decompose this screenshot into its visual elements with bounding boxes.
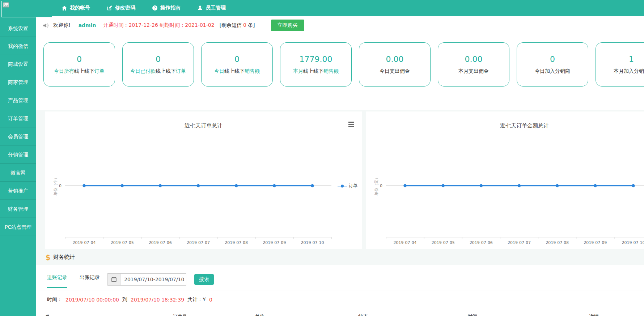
svg-text:单位（个）: 单位（个） bbox=[53, 176, 58, 196]
table-header: 时间 bbox=[468, 313, 477, 316]
nav-item-label: 修改密码 bbox=[115, 5, 135, 11]
svg-text:2019-07-07: 2019-07-07 bbox=[187, 240, 210, 245]
stat-label-accent: 销售额 bbox=[323, 68, 339, 74]
sms-suffix: 条] bbox=[248, 22, 255, 28]
nav-item-my-account[interactable]: 我的帐号 bbox=[62, 5, 90, 11]
nav-item-label: 员工管理 bbox=[206, 5, 226, 11]
sidebar-item-pc-site-management[interactable]: PC站点管理 bbox=[0, 218, 36, 236]
sms-count: 0 bbox=[243, 22, 246, 28]
sidebar-item-merchant-management[interactable]: 商家管理 bbox=[0, 73, 36, 91]
stat-label-plain: 本月支出佣金 bbox=[458, 68, 489, 74]
nav-item-label: 操作指南 bbox=[160, 5, 181, 11]
sidebar-item-distribution-management[interactable]: 分销管理 bbox=[0, 146, 36, 164]
svg-text:?: ? bbox=[154, 6, 156, 10]
orders-line-chart: 单位（个）02019-07-042019-07-052019-07-062019… bbox=[45, 111, 362, 249]
logo-placeholder bbox=[1, 1, 52, 17]
welcome-username: admin bbox=[79, 22, 96, 28]
summary-end-time: 2019/07/10 18:32:39 bbox=[131, 297, 184, 303]
svg-text:2019-07-04: 2019-07-04 bbox=[394, 240, 417, 245]
table-header-row: #订单号单价状态时间详情 bbox=[36, 313, 644, 316]
sidebar-item-order-management[interactable]: 订单管理 bbox=[0, 109, 36, 127]
summary-total-value: 0 bbox=[209, 297, 212, 303]
summary-total-label: 共计：¥ bbox=[187, 296, 206, 303]
stat-label-accent: 今日 bbox=[214, 68, 224, 74]
summary-prefix: 时间： bbox=[47, 296, 62, 303]
nav-item-change-password[interactable]: 修改密码 bbox=[107, 5, 135, 11]
stat-label: 今日所有线上线下订单 bbox=[54, 68, 105, 75]
orders-chart-panel: 近七天订单总计 单位（个）02019-07-042019-07-052019-0… bbox=[45, 111, 362, 249]
stat-card-month-new-distributors: 1本月加入分销商 bbox=[596, 42, 644, 87]
stat-label-plain: 线上线下 bbox=[74, 68, 94, 74]
svg-text:单位（元）: 单位（元） bbox=[374, 176, 379, 196]
table-header: 订单号 bbox=[173, 313, 187, 316]
tab-income-records[interactable]: 进账记录 bbox=[47, 274, 67, 288]
date-range-input[interactable] bbox=[120, 273, 186, 286]
speaker-icon bbox=[43, 23, 49, 28]
svg-text:2019-07-05: 2019-07-05 bbox=[432, 240, 455, 245]
table-header: 状态 bbox=[358, 313, 368, 316]
stat-label-accent: 今日已付款 bbox=[130, 68, 156, 74]
stat-card-today-sales: 0今日线上线下销售额 bbox=[201, 42, 273, 87]
sidebar-item-micro-site[interactable]: 微官网 bbox=[0, 164, 36, 182]
stat-label: 今日支出佣金 bbox=[380, 68, 410, 75]
stat-label-accent: 本月 bbox=[293, 68, 303, 74]
table-header: # bbox=[45, 313, 49, 316]
tab-outgo-records[interactable]: 出账记录 bbox=[80, 274, 100, 288]
stat-label-plain: 本月加入分销商 bbox=[614, 68, 644, 74]
sidebar-item-product-management[interactable]: 产品管理 bbox=[0, 91, 36, 109]
stat-label: 今日已付款线上线下订单 bbox=[130, 68, 186, 75]
sidebar-item-mall-settings[interactable]: 商城设置 bbox=[0, 55, 36, 73]
stat-label: 本月支出佣金 bbox=[458, 68, 489, 75]
sidebar-item-marketing-promotion[interactable]: 营销推广 bbox=[0, 182, 36, 200]
table-header: 详情 bbox=[589, 313, 599, 316]
nav-item-staff-management[interactable]: 员工管理 bbox=[197, 5, 226, 11]
legend-label: 订单 bbox=[349, 183, 357, 189]
sidebar-item-finance-management[interactable]: 财务管理 bbox=[0, 200, 36, 218]
stat-label: 今日线上线下销售额 bbox=[214, 68, 260, 75]
finance-section-header: $ 财务统计 bbox=[36, 249, 644, 265]
svg-text:2019-07-09: 2019-07-09 bbox=[263, 240, 286, 245]
svg-text:2019-07-10: 2019-07-10 bbox=[622, 240, 644, 245]
sidebar-item-my-wechat[interactable]: 我的微信 bbox=[0, 37, 36, 55]
stat-card-today-paid-orders: 0今日已付款线上线下订单 bbox=[122, 42, 194, 87]
finance-content: 进账记录 出账记录 搜索 时间： 2019/07/10 00:00:00 到 2… bbox=[36, 265, 644, 316]
stat-label-plain: 今日支出佣金 bbox=[380, 68, 410, 74]
welcome-bar: 欢迎你! admin 开通时间：2017-12-26 到期时间：2021-01-… bbox=[36, 16, 644, 35]
welcome-greeting: 欢迎你! bbox=[53, 22, 71, 29]
stat-cards-row: 0今日所有线上线下订单0今日已付款线上线下订单0今日线上线下销售额1779.00… bbox=[43, 42, 644, 87]
stat-value: 1 bbox=[629, 55, 634, 64]
stat-cards-section: 0今日所有线上线下订单0今日已付款线上线下订单0今日线上线下销售额1779.00… bbox=[36, 35, 644, 110]
stat-label: 今日加入分销商 bbox=[535, 68, 570, 75]
stat-label: 本月加入分销商 bbox=[614, 68, 644, 75]
finance-section-title: 财务统计 bbox=[53, 254, 75, 261]
chart-legend[interactable]: 订单 bbox=[338, 183, 357, 189]
stat-value: 0.00 bbox=[465, 55, 483, 64]
stat-card-today-new-distributors: 0今日加入分销商 bbox=[517, 42, 588, 87]
sms-prefix: [剩余短信 bbox=[220, 22, 242, 28]
stat-value: 0 bbox=[156, 55, 161, 64]
order-amount-line-chart: 单位（元）02019-07-042019-07-052019-07-062019… bbox=[366, 111, 644, 249]
question-circle-icon: ? bbox=[152, 5, 158, 11]
nav-item-label: 我的帐号 bbox=[70, 5, 90, 11]
svg-text:2019-07-09: 2019-07-09 bbox=[584, 240, 607, 245]
stat-value: 0.00 bbox=[386, 55, 404, 64]
finance-tabs: 进账记录 出账记录 bbox=[47, 274, 100, 288]
sidebar-item-system-settings[interactable]: 系统设置 bbox=[0, 19, 36, 37]
svg-text:2019-07-06: 2019-07-06 bbox=[149, 240, 172, 245]
search-button[interactable]: 搜索 bbox=[194, 274, 214, 285]
stat-card-month-commission-paid: 0.00本月支出佣金 bbox=[438, 42, 509, 87]
svg-text:2019-07-10: 2019-07-10 bbox=[301, 240, 324, 245]
broken-image-icon bbox=[3, 2, 9, 8]
time-summary: 时间： 2019/07/10 00:00:00 到 2019/07/10 18:… bbox=[47, 296, 212, 303]
svg-text:2019-07-04: 2019-07-04 bbox=[73, 240, 96, 245]
buy-now-button[interactable]: 立即购买 bbox=[271, 20, 304, 31]
sms-remaining: [剩余短信0条] bbox=[220, 22, 255, 29]
top-navbar: 我的帐号 修改密码 ? 操作指南 员工管理 bbox=[0, 0, 644, 16]
stat-card-today-all-orders: 0今日所有线上线下订单 bbox=[43, 42, 115, 87]
svg-text:2019-07-08: 2019-07-08 bbox=[546, 240, 569, 245]
sidebar: 系统设置我的微信商城设置商家管理产品管理订单管理会员管理分销管理微官网营销推广财… bbox=[0, 16, 36, 316]
account-period: 开通时间：2017-12-26 到期时间：2021-01-02 bbox=[103, 22, 214, 29]
sidebar-item-member-management[interactable]: 会员管理 bbox=[0, 127, 36, 146]
nav-item-operation-guide[interactable]: ? 操作指南 bbox=[152, 5, 181, 11]
stat-card-today-commission-paid: 0.00今日支出佣金 bbox=[359, 42, 431, 87]
